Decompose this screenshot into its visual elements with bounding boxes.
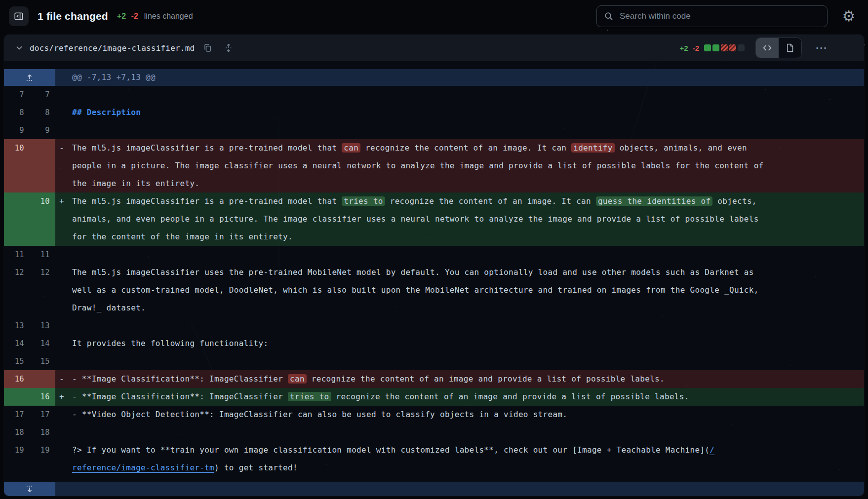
text-segment: recognize the content of an image and pr… — [331, 392, 689, 401]
new-line-number[interactable]: 19 — [30, 441, 55, 459]
expand-footer-spacer — [55, 482, 864, 496]
diff-stat-block-neutral — [738, 44, 745, 51]
diff-row-del: 16-- **Image Classification**: ImageClas… — [4, 370, 864, 388]
search-within-code-box[interactable] — [596, 5, 828, 27]
line-number-gutter: 77 — [4, 86, 55, 104]
new-line-number[interactable]: 12 — [30, 264, 55, 281]
code-text: ?> If you want to **train your own image… — [72, 441, 765, 477]
word-diff-highlight: guess the identities of — [596, 196, 712, 206]
diff-line-content: -The ml5.js imageClassifier is a pre-tra… — [55, 139, 864, 192]
diff-marker — [59, 264, 72, 317]
expand-footer-row — [4, 482, 864, 496]
diff-row-context: 99 — [4, 121, 864, 139]
diff-row-context: 1414It provides the following functional… — [4, 335, 864, 352]
arrow-down-dotted-icon — [24, 484, 35, 495]
old-line-number[interactable]: 10 — [4, 139, 30, 157]
line-number-gutter: 1717 — [4, 406, 55, 423]
new-line-number[interactable]: 16 — [30, 388, 55, 406]
diff-row-add: 16+- **Image Classification**: ImageClas… — [4, 388, 864, 406]
settings-button[interactable]: ⚙ — [838, 6, 859, 27]
file-header-right: +2 -2 — [679, 38, 831, 58]
word-diff-highlight: tries to — [342, 196, 385, 206]
new-line-number[interactable]: 13 — [30, 317, 55, 335]
drag-handle-button[interactable] — [221, 40, 236, 55]
code-view-tab[interactable] — [756, 38, 779, 58]
panel-collapse-left-icon — [14, 11, 24, 21]
collapse-file-button[interactable] — [13, 41, 26, 54]
expand-up-button[interactable] — [4, 69, 55, 86]
text-segment: recognize the content of an image and pr… — [307, 374, 665, 384]
old-line-number[interactable]: 13 — [4, 317, 30, 335]
code-text: - **Image Classification**: ImageClassif… — [72, 388, 765, 406]
code-text — [72, 423, 765, 441]
diff-stat-block-deleted — [729, 44, 736, 51]
old-line-number[interactable]: 18 — [4, 423, 30, 441]
diff-marker — [59, 86, 72, 104]
text-segment: ?> If you want to **train your own image… — [72, 445, 710, 455]
diff-line-content — [55, 423, 864, 441]
code-text — [72, 86, 765, 104]
line-number-gutter: 1515 — [4, 352, 55, 370]
text-segment: - **Video Object Detection**: ImageClass… — [72, 410, 567, 419]
old-line-number[interactable]: 12 — [4, 264, 30, 281]
diff-row-del: 10-The ml5.js imageClassifier is a pre-t… — [4, 139, 864, 192]
old-line-number[interactable]: 15 — [4, 352, 30, 370]
old-line-number[interactable]: 11 — [4, 246, 30, 264]
file-view-tab[interactable] — [779, 38, 801, 58]
diff-line-content — [55, 121, 864, 139]
diff-row-context: 1313 — [4, 317, 864, 335]
new-line-number[interactable]: 14 — [30, 335, 55, 352]
new-line-number[interactable]: 15 — [30, 352, 55, 370]
new-line-number[interactable]: 7 — [30, 86, 55, 104]
old-line-number[interactable]: 14 — [4, 335, 30, 352]
document-icon — [785, 43, 795, 53]
diff-row-context: 1212The ml5.js imageClassifier uses the … — [4, 264, 864, 317]
link-text[interactable]: / — [710, 445, 714, 455]
diff-marker — [59, 406, 72, 423]
word-diff-highlight: identify — [571, 143, 614, 153]
text-segment: ## Description — [72, 108, 141, 117]
old-line-number[interactable]: 9 — [4, 121, 30, 139]
new-line-number[interactable]: 11 — [30, 246, 55, 264]
line-number-gutter: 1919 — [4, 441, 55, 477]
file-more-options-button[interactable]: ⋯ — [812, 38, 831, 58]
diff-line-content: ## Description — [55, 104, 864, 121]
copy-icon — [203, 43, 213, 53]
new-line-number[interactable]: 17 — [30, 406, 55, 423]
view-mode-toggle — [755, 38, 802, 58]
old-line-number[interactable]: 19 — [4, 441, 30, 459]
diff-line-content: +- **Image Classification**: ImageClassi… — [55, 388, 864, 406]
old-line-number[interactable]: 8 — [4, 104, 30, 121]
code-text — [72, 246, 765, 264]
diff-marker — [59, 104, 72, 121]
expand-down-button[interactable] — [4, 482, 55, 496]
diff-row-add: 10+The ml5.js imageClassifier is a pre-t… — [4, 192, 864, 246]
top-bar: 1 file changed +2 -2 lines changed ⚙ — [0, 0, 868, 33]
text-segment: recognize the content of an image. It ca… — [360, 143, 571, 153]
new-line-number[interactable]: 9 — [30, 121, 55, 139]
file-diff-card: docs/reference/image-classifier.md — [4, 35, 864, 496]
diff-marker: - — [59, 139, 72, 192]
code-text — [72, 317, 765, 335]
diff-row-context: 88## Description — [4, 104, 864, 121]
old-line-number[interactable]: 16 — [4, 370, 30, 388]
diff-marker — [59, 121, 72, 139]
code-text: The ml5.js imageClassifier is a pre-trai… — [72, 139, 765, 192]
files-changed-title: 1 file changed — [38, 10, 108, 22]
diff-row-context: 1111 — [4, 246, 864, 264]
new-line-number[interactable]: 18 — [30, 423, 55, 441]
code-text: The ml5.js imageClassifier is a pre-trai… — [72, 192, 765, 246]
text-segment: - **Image Classification**: ImageClassif… — [72, 374, 288, 384]
sidebar-toggle-button[interactable] — [9, 6, 29, 26]
old-line-number[interactable]: 7 — [4, 86, 30, 104]
search-input[interactable] — [619, 11, 820, 22]
code-text: The ml5.js imageClassifier uses the pre-… — [72, 264, 765, 317]
new-line-number[interactable]: 10 — [30, 192, 55, 210]
word-diff-highlight: can — [288, 374, 307, 384]
copy-path-button[interactable] — [200, 40, 215, 55]
old-line-number[interactable]: 17 — [4, 406, 30, 423]
link-text[interactable]: reference/image-classifier-tm — [72, 463, 214, 472]
new-line-number[interactable]: 8 — [30, 104, 55, 121]
diff-stat-block-added — [712, 44, 719, 51]
diff-stat-blocks — [704, 44, 745, 51]
